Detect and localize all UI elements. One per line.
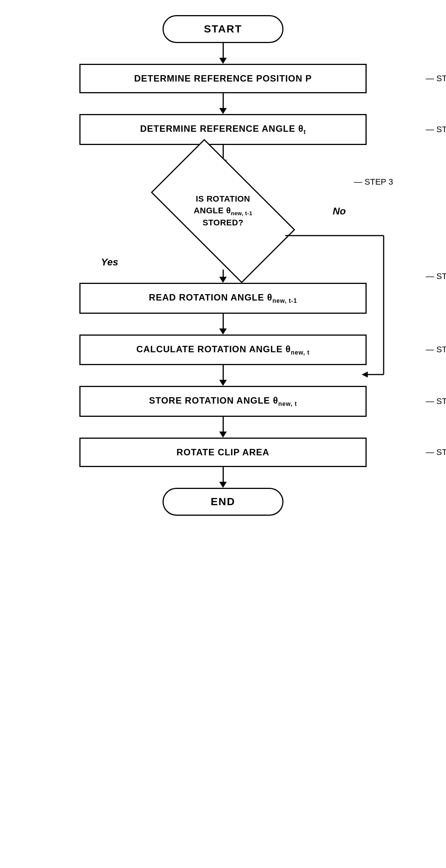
step3-num: — STEP 3 xyxy=(354,177,393,187)
step3-row: IS ROTATIONANGLE θnew, t-1 STORED? — STE… xyxy=(42,166,404,256)
flowchart: START DETERMINE REFERENCE POSITION P — S… xyxy=(42,15,404,516)
step2-num: — STEP 2 xyxy=(426,125,446,134)
connector-5 xyxy=(219,365,227,386)
arrow-5 xyxy=(219,380,227,386)
step2-row: DETERMINE REFERENCE ANGLE θt — STEP 2 xyxy=(42,114,404,145)
step1-label: DETERMINE REFERENCE POSITION P xyxy=(134,73,312,83)
step6-label: STORE ROTATION ANGLE θnew, t xyxy=(149,395,297,405)
step5-label: CALCULATE ROTATION ANGLE θnew, t xyxy=(136,344,310,354)
line-yes xyxy=(223,270,224,277)
step6-row: STORE ROTATION ANGLE θnew, t — STEP 6 xyxy=(42,386,404,417)
step5-box: CALCULATE ROTATION ANGLE θnew, t xyxy=(79,335,367,365)
step4-row: READ ROTATION ANGLE θnew, t-1 — STEP 4 xyxy=(42,283,404,314)
connector-4 xyxy=(219,314,227,335)
step3-line1: IS ROTATIONANGLE θnew, t-1 STORED? xyxy=(194,194,252,227)
line-1 xyxy=(223,43,224,58)
yes-label: Yes xyxy=(101,256,118,268)
end-node: END xyxy=(163,488,283,516)
step3-diamond-wrapper: IS ROTATIONANGLE θnew, t-1 STORED? xyxy=(79,168,367,254)
arrow-1 xyxy=(219,58,227,64)
yes-branch: Yes xyxy=(79,256,367,283)
start-row: START xyxy=(42,15,404,43)
step4-label: READ ROTATION ANGLE θnew, t-1 xyxy=(149,292,297,302)
start-label: START xyxy=(204,23,242,35)
step2-box: DETERMINE REFERENCE ANGLE θt xyxy=(79,114,367,145)
step1-num: — STEP 1 xyxy=(426,74,446,83)
step4-box: READ ROTATION ANGLE θnew, t-1 xyxy=(79,283,367,314)
step7-row: ROTATE CLIP AREA — STEP 7 xyxy=(42,438,404,467)
step1-row: DETERMINE REFERENCE POSITION P — STEP 1 xyxy=(42,64,404,93)
step6-box: STORE ROTATION ANGLE θnew, t xyxy=(79,386,367,417)
step7-box: ROTATE CLIP AREA xyxy=(79,438,367,467)
line-5 xyxy=(223,365,224,380)
start-node: START xyxy=(163,15,283,43)
line-7 xyxy=(223,467,224,482)
arrow-2 xyxy=(219,108,227,114)
step7-label: ROTATE CLIP AREA xyxy=(177,447,269,457)
step3-text: IS ROTATIONANGLE θnew, t-1 STORED? xyxy=(174,193,272,229)
step5-row: CALCULATE ROTATION ANGLE θnew, t — STEP … xyxy=(42,335,404,365)
arrow-6 xyxy=(219,432,227,438)
step6-num: — STEP 6 xyxy=(426,396,446,406)
arrow-7 xyxy=(219,482,227,488)
step1-box: DETERMINE REFERENCE POSITION P xyxy=(79,64,367,93)
arrow-yes xyxy=(219,277,227,283)
end-row: END xyxy=(42,488,404,516)
svg-marker-3 xyxy=(362,372,368,378)
connector-2 xyxy=(219,93,227,114)
connector-7 xyxy=(219,467,227,488)
connector-1 xyxy=(219,43,227,64)
line-4 xyxy=(223,314,224,329)
end-label: END xyxy=(211,496,235,507)
step5-num: — STEP 5 xyxy=(426,345,446,355)
step4-num: — STEP 4 xyxy=(426,271,446,281)
connector-6 xyxy=(219,417,227,438)
no-label: No xyxy=(333,205,346,217)
step7-num: — STEP 7 xyxy=(426,447,446,457)
arrow-4 xyxy=(219,328,227,335)
step2-label: DETERMINE REFERENCE ANGLE θt xyxy=(140,123,306,134)
line-2 xyxy=(223,93,224,108)
line-6 xyxy=(223,417,224,432)
